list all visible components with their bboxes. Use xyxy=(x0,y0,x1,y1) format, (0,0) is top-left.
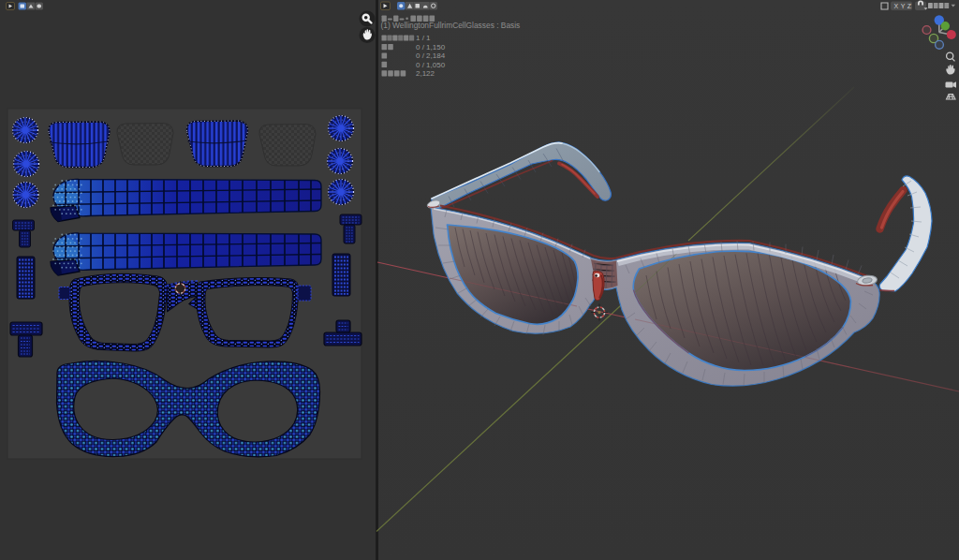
svg-text:0 / 2,184: 0 / 2,184 xyxy=(416,52,446,60)
svg-text:0 / 1,050: 0 / 1,050 xyxy=(416,61,446,69)
svg-text:(1) WellingtonFullrimCellGlass: (1) WellingtonFullrimCellGlasses : Basis xyxy=(381,21,521,30)
svg-text:2,122: 2,122 xyxy=(416,69,435,78)
svg-text:Z: Z xyxy=(907,3,912,9)
svg-text:X: X xyxy=(894,3,899,9)
svg-text:Y: Y xyxy=(901,3,906,9)
svg-text:1 / 1: 1 / 1 xyxy=(416,34,431,42)
svg-text:0 / 1,150: 0 / 1,150 xyxy=(416,43,446,52)
